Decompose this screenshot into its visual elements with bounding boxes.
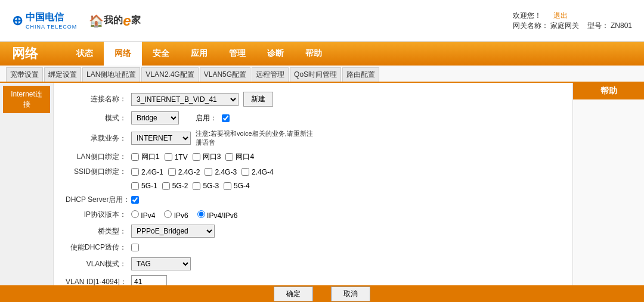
bridge-type-row: 桥类型： PPPoE_Bridged bbox=[66, 225, 561, 238]
s24-4-group: 2.4G-4 bbox=[242, 168, 274, 176]
new-button[interactable]: 新建 bbox=[243, 92, 273, 107]
connection-name-select[interactable]: 3_INTERNET_B_VID_41 bbox=[131, 93, 239, 106]
s24-1-group: 2.4G-1 bbox=[131, 168, 163, 176]
ssid-row1: SSID侧口绑定： 2.4G-1 2.4G-2 2.4G-3 2.4G-4 bbox=[66, 167, 561, 177]
connection-name-row: 连接名称： 3_INTERNET_B_VID_41 新建 bbox=[66, 92, 561, 107]
ipv6-option: IPv6 bbox=[164, 210, 188, 220]
tab-application[interactable]: 应用 bbox=[180, 42, 218, 66]
s5-1-checkbox[interactable] bbox=[131, 182, 139, 190]
network-name-label: 网关名称： bbox=[513, 21, 549, 30]
ipv4v6-option: IPv4/IPv6 bbox=[197, 210, 238, 220]
telecom-en: CHINA TELECOM bbox=[26, 24, 77, 30]
e-text: e bbox=[123, 13, 131, 29]
home-text: 家 bbox=[131, 14, 141, 27]
help-panel: 帮助 bbox=[572, 83, 644, 302]
subnav-lan-addr[interactable]: LAN侧地址配置 bbox=[82, 67, 140, 82]
tab-status[interactable]: 状态 bbox=[66, 42, 104, 66]
vlan-mode-row: VLAN模式： TAG bbox=[66, 257, 561, 270]
port3-checkbox[interactable] bbox=[193, 153, 200, 161]
subnav-qos[interactable]: QoS时间管理 bbox=[290, 67, 341, 82]
subnav-vlan5g[interactable]: VLAN5G配置 bbox=[200, 67, 250, 82]
confirm-button[interactable]: 确定 bbox=[274, 287, 313, 301]
s5-3-checkbox[interactable] bbox=[193, 182, 200, 190]
footer: 确定 取消 bbox=[0, 285, 644, 302]
telecom-text: 中国电信 CHINA TELECOM bbox=[26, 11, 77, 30]
tab-security[interactable]: 安全 bbox=[142, 42, 180, 66]
ssid-label: SSID侧口绑定： bbox=[66, 167, 131, 177]
s5-2-group: 5G-2 bbox=[162, 182, 188, 190]
s24-2-group: 2.4G-2 bbox=[168, 168, 200, 176]
port1-checkbox[interactable] bbox=[131, 153, 139, 161]
help-title: 帮助 bbox=[573, 83, 644, 99]
s5-2-checkbox[interactable] bbox=[162, 182, 170, 190]
s24-4-checkbox[interactable] bbox=[242, 168, 249, 176]
force-dhcp-label: 使能DHCP透传： bbox=[66, 242, 131, 253]
subnav-bind[interactable]: 绑定设置 bbox=[44, 67, 81, 82]
s24-2-checkbox[interactable] bbox=[168, 168, 176, 176]
tab-diagnosis[interactable]: 诊断 bbox=[256, 42, 295, 66]
bridge-type-control: PPPoE_Bridged bbox=[131, 225, 215, 238]
s5-4-group: 5G-4 bbox=[224, 182, 250, 190]
port3-label: 网口3 bbox=[203, 152, 221, 162]
note-text: 注意:若要视和voice相关的业务,请重新注册语音 bbox=[196, 129, 315, 147]
ipv6-radio[interactable] bbox=[164, 210, 172, 218]
china-telecom-logo: ⊕ 中国电信 CHINA TELECOM bbox=[12, 11, 77, 30]
s24-1-label: 2.4G-1 bbox=[141, 168, 163, 176]
tab-help[interactable]: 帮助 bbox=[295, 42, 333, 66]
subnav-remote[interactable]: 远程管理 bbox=[252, 67, 289, 82]
nav-title: 网络 bbox=[12, 45, 48, 63]
tab-network[interactable]: 网络 bbox=[104, 42, 142, 66]
ipv4v6-radio[interactable] bbox=[197, 210, 205, 218]
nav-tabs: 状态 网络 安全 应用 管理 诊断 帮助 bbox=[66, 42, 333, 66]
vlan-mode-label: VLAN模式： bbox=[66, 259, 131, 269]
wode-ehome-logo: 🏠 我的 e 家 bbox=[89, 13, 140, 29]
lan-port-label: LAN侧口绑定： bbox=[66, 152, 131, 162]
enable-checkbox[interactable] bbox=[222, 114, 230, 122]
mode-control: Bridge 启用： bbox=[131, 111, 230, 124]
port4-label: 网口4 bbox=[236, 152, 254, 162]
welcome-text: 欢迎您！ bbox=[513, 11, 541, 21]
service-select[interactable]: INTERNET bbox=[131, 132, 191, 145]
port4-checkbox[interactable] bbox=[225, 153, 233, 161]
connection-name-control: 3_INTERNET_B_VID_41 新建 bbox=[131, 92, 273, 107]
model-label: 型号： bbox=[587, 21, 609, 30]
logo-area: ⊕ 中国电信 CHINA TELECOM 🏠 我的 e 家 bbox=[12, 11, 141, 30]
vlan-mode-select[interactable]: TAG bbox=[131, 257, 191, 270]
s5-1-label: 5G-1 bbox=[141, 182, 157, 190]
bridge-type-select[interactable]: PPPoE_Bridged bbox=[131, 225, 215, 238]
ipv4-radio[interactable] bbox=[131, 210, 139, 218]
subnav-route[interactable]: 路由配置 bbox=[342, 67, 379, 82]
dhcp-control bbox=[131, 196, 139, 204]
1tv-checkbox[interactable] bbox=[165, 153, 172, 161]
ip-version-label: IP协议版本： bbox=[66, 210, 131, 220]
tab-management[interactable]: 管理 bbox=[218, 42, 256, 66]
port3-group: 网口3 bbox=[193, 152, 221, 162]
lan-port-row: LAN侧口绑定： 网口1 1TV 网口3 网口4 bbox=[66, 152, 561, 162]
force-dhcp-checkbox[interactable] bbox=[131, 244, 139, 251]
dhcp-checkbox[interactable] bbox=[131, 196, 139, 204]
nav-bar: 网络 状态 网络 安全 应用 管理 诊断 帮助 bbox=[0, 42, 644, 66]
enable-label: 启用： bbox=[196, 113, 217, 123]
wode-text: 我的 bbox=[104, 14, 123, 27]
sidebar-item-internet[interactable]: Internet连接 bbox=[3, 86, 50, 113]
s24-3-label: 2.4G-3 bbox=[215, 168, 237, 176]
cancel-button[interactable]: 取消 bbox=[331, 287, 370, 301]
s5-4-checkbox[interactable] bbox=[224, 182, 231, 190]
subnav-broadband[interactable]: 宽带设置 bbox=[6, 67, 43, 82]
ipv6-label: IPv6 bbox=[174, 211, 188, 220]
s24-2-label: 2.4G-2 bbox=[178, 168, 200, 176]
mode-select[interactable]: Bridge bbox=[131, 111, 179, 124]
s5-1-group: 5G-1 bbox=[131, 182, 157, 190]
s24-4-label: 2.4G-4 bbox=[252, 168, 274, 176]
service-control: INTERNET 注意:若要视和voice相关的业务,请重新注册语音 bbox=[131, 129, 315, 147]
subnav-vlan24[interactable]: VLAN2.4G配置 bbox=[141, 67, 198, 82]
sub-nav: 宽带设置 绑定设置 LAN侧地址配置 VLAN2.4G配置 VLAN5G配置 远… bbox=[0, 66, 644, 83]
port1-label: 网口1 bbox=[141, 152, 160, 162]
ssid-control2: 5G-1 5G-2 5G-3 5G-4 bbox=[131, 182, 250, 190]
logout-button[interactable]: 退出 bbox=[553, 11, 568, 21]
force-dhcp-row: 使能DHCP透传： bbox=[66, 242, 561, 253]
s24-1-checkbox[interactable] bbox=[131, 168, 139, 176]
vlan-mode-control: TAG bbox=[131, 257, 191, 270]
s5-4-label: 5G-4 bbox=[234, 182, 250, 190]
s24-3-checkbox[interactable] bbox=[205, 168, 212, 176]
